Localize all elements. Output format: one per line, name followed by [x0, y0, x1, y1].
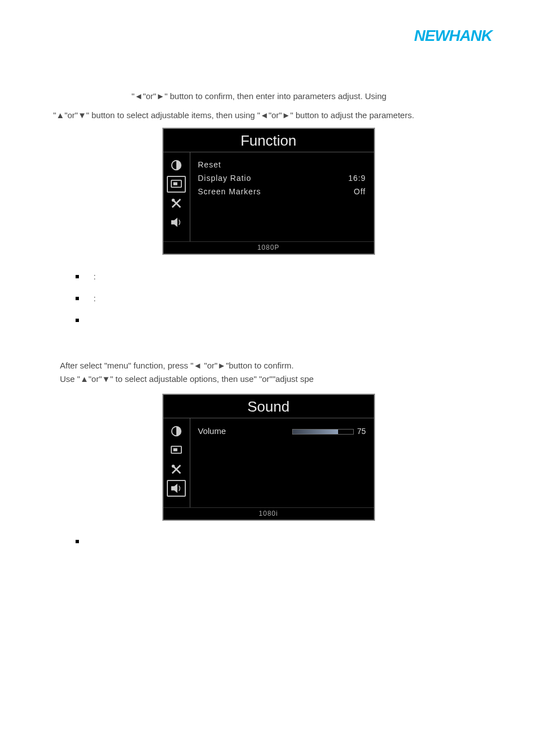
bullet-icon: [76, 319, 79, 322]
display-icon: [167, 442, 186, 459]
osd-row-volume: Volume 75: [198, 424, 366, 438]
svg-point-3: [172, 199, 175, 202]
bullet-icon: [76, 275, 79, 278]
volume-bar: [292, 429, 354, 435]
bullet-item: [76, 315, 484, 322]
osd-tab-icons: [163, 152, 190, 241]
osd-row-reset: Reset: [198, 158, 366, 171]
bullet-list-1: : :: [76, 272, 484, 322]
osd-footer: 1080i: [163, 507, 374, 520]
osd-row-display-ratio: Display Ratio 16:9: [198, 171, 366, 185]
osd-footer: 1080P: [163, 241, 374, 254]
volume-value: 75: [357, 427, 366, 436]
bullet-item: :: [76, 293, 484, 303]
bullet-icon: [76, 297, 79, 300]
instruction-line-1: "◄"or"►" button to confirm, then enter i…: [132, 90, 484, 103]
instruction2-line-1: After select "menu" function, press "◄ "…: [60, 359, 484, 372]
osd-row-value: Off: [354, 187, 366, 196]
svg-rect-2: [174, 182, 177, 185]
volume-label: Volume: [198, 426, 226, 436]
osd-item-list: Volume 75: [190, 418, 374, 507]
contrast-icon: [167, 157, 186, 174]
osd-tab-icons: [163, 418, 190, 507]
logo-text: NEWHANK: [414, 27, 492, 44]
osd-title: Sound: [163, 395, 374, 418]
tools-icon: [167, 195, 186, 212]
tools-icon: [167, 461, 186, 478]
volume-bar-fill: [293, 430, 338, 434]
bullet-text: :: [93, 272, 484, 281]
osd-row-label: Screen Markers: [198, 187, 261, 196]
svg-point-7: [172, 465, 175, 468]
osd-sound-panel: Sound: [162, 394, 375, 521]
osd-row-value: 16:9: [348, 174, 366, 183]
brand-logo: NEWHANK: [414, 27, 492, 44]
osd-row-screen-markers: Screen Markers Off: [198, 185, 366, 198]
contrast-icon: [167, 423, 186, 440]
osd-row-label: Display Ratio: [198, 174, 251, 183]
svg-rect-6: [174, 448, 177, 451]
osd-row-label: Reset: [198, 160, 222, 169]
osd-title: Function: [163, 129, 374, 152]
bullet-item: [76, 536, 484, 543]
instruction-line-2: "▲"or"▼" button to select adjustable ite…: [53, 109, 484, 122]
bullet-item: :: [76, 272, 484, 281]
display-icon: [167, 176, 186, 193]
bullet-list-2: [76, 536, 484, 543]
osd-item-list: Reset Display Ratio 16:9 Screen Markers …: [190, 152, 374, 241]
osd-function-panel: Function: [162, 128, 375, 255]
speaker-icon: [167, 480, 186, 497]
bullet-icon: [76, 540, 79, 543]
speaker-icon: [167, 214, 186, 231]
bullet-text: :: [93, 293, 484, 303]
instruction2-line-2: Use "▲"or"▼" to select adjustable option…: [60, 372, 484, 386]
